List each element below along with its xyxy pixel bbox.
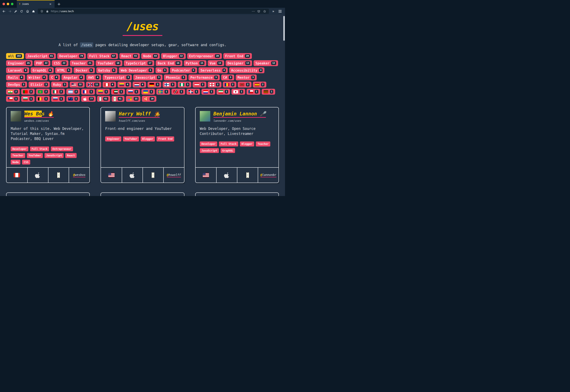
filter-tag-elixir[interactable]: Elixir3 xyxy=(28,82,50,87)
filter-tag-graphql[interactable]: GraphQL6 xyxy=(31,67,54,73)
filter-tag-argentina[interactable]: 2 xyxy=(66,89,80,95)
filter-tag-c[interactable]: C4 xyxy=(49,74,60,80)
filter-tag-performance[interactable]: Performance3 xyxy=(188,74,220,80)
filter-tag-entrepreneur[interactable]: Entrepreneur28 xyxy=(187,53,222,59)
filter-tag-finland[interactable]: 3 xyxy=(163,82,176,87)
close-window-button[interactable] xyxy=(2,3,5,5)
filter-tag-spain[interactable]: 2 xyxy=(253,82,266,87)
wrench-icon[interactable] xyxy=(13,9,18,14)
filter-tag-react[interactable]: React55 xyxy=(119,53,140,59)
tracking-shield-icon[interactable] xyxy=(40,10,44,13)
filter-tag-accessibility[interactable]: Accessibility4 xyxy=(229,67,264,73)
filter-tag-windows[interactable]: 15 xyxy=(126,96,140,102)
filter-tag-rails[interactable]: Rails4 xyxy=(6,74,25,80)
filter-tag-ecuador[interactable]: 1 xyxy=(96,89,110,95)
filter-tag-android[interactable]: 41 xyxy=(112,96,125,102)
filter-tag-html[interactable]: HTML5 xyxy=(55,67,72,73)
filter-tag-ruby[interactable]: Ruby3 xyxy=(51,82,68,87)
new-tab-button[interactable]: + xyxy=(55,0,63,8)
filter-tag-nigeria[interactable]: 3 xyxy=(178,82,191,87)
filter-tag-engineer[interactable]: Engineer26 xyxy=(6,60,32,66)
menu-hamburger-icon[interactable] xyxy=(276,10,284,13)
filter-tag-php[interactable]: PHP22 xyxy=(34,60,50,66)
filter-tag-youtuber[interactable]: YouTuber18 xyxy=(96,60,122,66)
filter-tag-vue[interactable]: Vue13 xyxy=(208,60,224,66)
filter-tag-united-arab-emirates[interactable]: 1 xyxy=(111,89,125,95)
filter-tag-aws[interactable]: AWS4 xyxy=(86,74,101,80)
panel-icon[interactable] xyxy=(31,9,36,14)
filter-tag-croatia[interactable]: 1 xyxy=(201,89,215,95)
filter-tag-united-states[interactable]: 32 xyxy=(70,82,84,87)
filter-tag-mac[interactable]: 77 xyxy=(81,96,96,102)
filter-tag-devops[interactable]: DevOps3 xyxy=(6,82,27,87)
filter-tag-slovakia[interactable]: 1 xyxy=(51,96,65,102)
filter-tag-gatsby[interactable]: Gatsby5 xyxy=(96,67,117,73)
twitter-handle[interactable]: @wesbos xyxy=(69,168,89,182)
back-button[interactable] xyxy=(1,9,7,14)
filter-tag-iphone[interactable]: 61 xyxy=(97,96,110,102)
filter-tag-iran[interactable]: 1 xyxy=(217,89,230,95)
overflow-chevrons-icon[interactable]: » xyxy=(271,9,276,13)
filter-tag-javascript[interactable]: Javascript3 xyxy=(133,74,162,80)
filter-tag-colombia[interactable]: 4 xyxy=(118,82,131,87)
filter-tag-teacher[interactable]: Teacher21 xyxy=(70,60,95,66)
tab-close-icon[interactable]: × xyxy=(48,2,53,6)
filter-tag-morocco[interactable]: 2 xyxy=(238,82,251,87)
filter-tag-canada[interactable]: 4 xyxy=(103,82,116,87)
minimize-window-button[interactable] xyxy=(7,3,9,5)
filter-tag-mexico[interactable]: 2 xyxy=(51,89,65,95)
filter-tag-c-[interactable]: C#3 xyxy=(221,74,234,80)
home-button[interactable] xyxy=(25,9,30,14)
filter-tag-full-stack[interactable]: Full Stack67 xyxy=(87,53,118,59)
filter-tag-czechia[interactable]: 1 xyxy=(247,89,260,95)
filter-tag-uganda[interactable]: 1 xyxy=(262,89,275,95)
twitter-handle[interactable]: @hswolff xyxy=(163,168,184,182)
pocket-icon[interactable] xyxy=(257,10,261,13)
filter-tag-austria[interactable]: 2 xyxy=(193,82,206,87)
filter-tag-podcaster[interactable]: Podcaster5 xyxy=(170,67,197,73)
filter-tag-web-developer[interactable]: Web Developer5 xyxy=(119,67,154,73)
filter-tag-united-kingdom[interactable]: 11 xyxy=(86,82,101,87)
filter-tag-germany[interactable]: 3 xyxy=(148,82,161,87)
filter-tag-docker[interactable]: Docker5 xyxy=(74,67,95,73)
filter-tag-phoenix[interactable]: Phoenix3 xyxy=(164,74,187,80)
filter-tag-angular[interactable]: Angular4 xyxy=(61,74,84,80)
profile-name-link[interactable]: Harry Wolff 🧑‍🎤 xyxy=(119,111,160,118)
filter-tag-england[interactable]: 2 xyxy=(208,82,222,87)
filter-tag-python[interactable]: Python15 xyxy=(184,60,206,66)
profile-name-link[interactable]: Benjamin Lannon 🎤 xyxy=(213,111,266,118)
filter-tag-serverless[interactable]: Serverless4 xyxy=(198,67,228,73)
filter-tag-developer[interactable]: Developer79 xyxy=(57,53,86,59)
filter-tag-laravel[interactable]: Laravel9 xyxy=(6,67,29,73)
forward-button[interactable] xyxy=(7,9,13,14)
browser-tab[interactable]: ! /uses × xyxy=(17,0,55,8)
filter-tag-all[interactable]: all102 xyxy=(6,53,24,59)
filter-tag-ukraine[interactable]: 1 xyxy=(141,89,155,95)
filter-tag-javascript[interactable]: JavaScript81 xyxy=(25,53,56,59)
filter-tag-css[interactable]: CSS22 xyxy=(52,60,68,66)
filter-tag-romania[interactable]: 2 xyxy=(223,82,236,87)
profile-name-link[interactable]: Wes Bos 🔥 xyxy=(24,111,54,118)
filter-tag-ubuntu[interactable]: 10 xyxy=(142,96,156,102)
scrollbar-thumb[interactable] xyxy=(283,16,285,41)
filter-tag-designer[interactable]: Designer13 xyxy=(226,60,252,66)
filter-tag-australia[interactable]: 1 xyxy=(66,96,80,102)
reload-button[interactable] xyxy=(19,9,24,14)
filter-tag-netherlands[interactable]: 4 xyxy=(133,82,146,87)
filter-tag-trinidad-and-tobago[interactable]: 1 xyxy=(171,89,185,95)
maximize-window-button[interactable] xyxy=(11,3,14,5)
bookmark-star-icon[interactable] xyxy=(263,10,267,13)
filter-tag-belgium[interactable]: 1 xyxy=(36,96,50,102)
url-bar[interactable]: https:// uses.tech ⋯ xyxy=(38,9,269,14)
filter-tag-speaker[interactable]: Speaker12 xyxy=(253,60,278,66)
filter-tag-typescript[interactable]: TypeScript17 xyxy=(124,60,154,66)
filter-tag-mentor[interactable]: Mentor3 xyxy=(236,74,257,80)
filter-tag-chile[interactable]: 1 xyxy=(6,96,20,102)
filter-tag-india[interactable]: 2 xyxy=(6,89,20,95)
filter-tag-russia[interactable]: 1 xyxy=(126,89,140,95)
filter-tag-back-end[interactable]: Back End16 xyxy=(156,60,182,66)
filter-tag-portugal[interactable]: 2 xyxy=(21,89,35,95)
filter-tag-bulgaria[interactable]: 1 xyxy=(21,96,35,102)
filter-tag-dominican-republic[interactable]: 1 xyxy=(187,89,200,95)
filter-tag-go[interactable]: Go5 xyxy=(155,67,168,73)
